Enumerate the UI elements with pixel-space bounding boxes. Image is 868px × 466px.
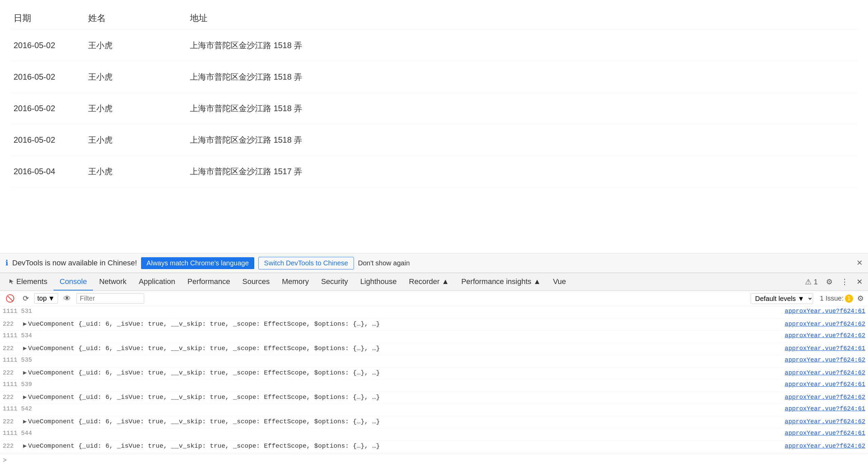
cell-name: 王小虎	[85, 61, 186, 93]
cell-date: 2016-05-02	[10, 124, 85, 156]
line-number: 222	[3, 345, 23, 352]
cell-name: 王小虎	[85, 124, 186, 156]
table-row: 2016-05-02王小虎上海市普陀区金沙江路 1518 弄	[10, 93, 858, 124]
col-date: 日期	[10, 7, 85, 30]
info-icon: ℹ	[5, 259, 8, 267]
line-number: 222	[3, 443, 23, 449]
cell-date: 2016-05-02	[10, 30, 85, 61]
console-row: 1111 531approxYear.vue?f624:61	[0, 306, 868, 319]
console-file-link[interactable]: approxYear.vue?f624:61	[785, 308, 865, 315]
console-file-link[interactable]: approxYear.vue?f624:62	[785, 332, 865, 339]
filter-input[interactable]	[76, 293, 144, 304]
more-options-icon[interactable]: ⋮	[838, 276, 851, 288]
line-number: 1111 535	[3, 357, 32, 363]
default-levels-select[interactable]: Default levels ▼	[751, 293, 813, 304]
console-output[interactable]: 1111 531approxYear.vue?f624:61222▶ VueCo…	[0, 306, 868, 454]
console-file-link[interactable]: approxYear.vue?f624:61	[785, 345, 865, 352]
close-devtools-button[interactable]: ✕	[854, 276, 865, 288]
line-number: 222	[3, 369, 23, 376]
svg-marker-0	[9, 279, 14, 284]
tab-elements[interactable]: Elements	[3, 273, 54, 290]
issue-count-badge: 1	[845, 295, 853, 303]
cell-address: 上海市普陀区金沙江路 1518 弄	[186, 93, 858, 124]
cell-name: 王小虎	[85, 156, 186, 187]
devtools-panel: Elements Console Network Application Per…	[0, 273, 868, 466]
console-file-link[interactable]: approxYear.vue?f624:62	[785, 394, 865, 401]
tab-sources[interactable]: Sources	[236, 273, 276, 290]
tab-application[interactable]: Application	[133, 273, 181, 290]
expand-icon[interactable]: ▶	[23, 369, 27, 376]
dont-show-button[interactable]: Don't show again	[358, 259, 410, 267]
switch-devtools-button[interactable]: Switch DevTools to Chinese	[258, 257, 354, 269]
console-row: 1111 535approxYear.vue?f624:62	[0, 355, 868, 367]
console-file-link[interactable]: approxYear.vue?f624:61	[785, 430, 865, 437]
issue-counter-icon[interactable]: ⚠ 1	[802, 276, 821, 288]
console-message: VueComponent {_uid: 6, _isVue: true, __v…	[28, 393, 785, 401]
console-prompt: >	[3, 456, 7, 464]
line-number: 1111 542	[3, 405, 32, 412]
context-label: top	[37, 295, 47, 302]
close-notification-button[interactable]: ✕	[856, 259, 863, 267]
tab-lighthouse[interactable]: Lighthouse	[354, 273, 403, 290]
expand-icon[interactable]: ▶	[23, 418, 27, 425]
always-match-button[interactable]: Always match Chrome's language	[141, 257, 254, 269]
clear-console-button[interactable]: 🚫	[3, 293, 17, 304]
eye-icon[interactable]: 👁	[61, 293, 74, 304]
line-number: 222	[3, 418, 23, 425]
tab-vue[interactable]: Vue	[547, 273, 572, 290]
console-file-link[interactable]: approxYear.vue?f624:62	[785, 418, 865, 425]
line-number: 1111 531	[3, 308, 32, 315]
line-number: 222	[3, 321, 23, 327]
console-row: 222▶ VueComponent {_uid: 6, _isVue: true…	[0, 319, 868, 331]
devtools-tab-icons: ⚠ 1 ⚙ ⋮ ✕	[802, 276, 865, 288]
line-number: 1111 544	[3, 430, 32, 437]
tab-console[interactable]: Console	[54, 273, 93, 290]
console-row: 222▶ VueComponent {_uid: 6, _isVue: true…	[0, 343, 868, 355]
col-address: 地址	[186, 7, 858, 30]
table-row: 2016-05-02王小虎上海市普陀区金沙江路 1518 弄	[10, 124, 858, 156]
tab-performance-insights[interactable]: Performance insights ▲	[455, 273, 547, 290]
notification-text: DevTools is now available in Chinese!	[12, 259, 137, 267]
console-message: VueComponent {_uid: 6, _isVue: true, __v…	[28, 320, 785, 328]
console-row: 1111 539approxYear.vue?f624:61	[0, 380, 868, 392]
cell-date: 2016-05-04	[10, 156, 85, 187]
cell-date: 2016-05-02	[10, 61, 85, 93]
console-message: VueComponent {_uid: 6, _isVue: true, __v…	[28, 418, 785, 425]
tab-network[interactable]: Network	[93, 273, 133, 290]
refresh-button[interactable]: ⟳	[20, 293, 32, 304]
expand-icon[interactable]: ▶	[23, 344, 27, 352]
expand-icon[interactable]: ▶	[23, 320, 27, 327]
tab-recorder[interactable]: Recorder ▲	[403, 273, 455, 290]
cell-address: 上海市普陀区金沙江路 1518 弄	[186, 30, 858, 61]
console-file-link[interactable]: approxYear.vue?f624:61	[785, 405, 865, 412]
line-number: 1111 539	[3, 381, 32, 388]
console-file-link[interactable]: approxYear.vue?f624:62	[785, 369, 865, 376]
console-input[interactable]	[9, 456, 865, 464]
chevron-down-icon: ▼	[48, 295, 55, 302]
expand-icon[interactable]: ▶	[23, 393, 27, 401]
tab-security[interactable]: Security	[315, 273, 354, 290]
console-row: 222▶ VueComponent {_uid: 6, _isVue: true…	[0, 392, 868, 404]
tab-memory[interactable]: Memory	[276, 273, 315, 290]
console-message: VueComponent {_uid: 6, _isVue: true, __v…	[28, 442, 785, 450]
settings-icon[interactable]: ⚙	[823, 276, 835, 288]
console-file-link[interactable]: approxYear.vue?f624:62	[785, 443, 865, 449]
cell-date: 2016-05-02	[10, 93, 85, 124]
table-row: 2016-05-02王小虎上海市普陀区金沙江路 1518 弄	[10, 61, 858, 93]
console-input-row: >	[0, 454, 868, 466]
line-number: 222	[3, 394, 23, 401]
console-file-link[interactable]: approxYear.vue?f624:62	[785, 357, 865, 363]
expand-icon[interactable]: ▶	[23, 442, 27, 449]
console-row: 1111 542approxYear.vue?f624:61	[0, 404, 868, 416]
console-settings-button[interactable]: ⚙	[856, 293, 865, 304]
console-row: 222▶ VueComponent {_uid: 6, _isVue: true…	[0, 416, 868, 428]
tab-performance[interactable]: Performance	[181, 273, 236, 290]
issue-badge: 1 Issue: 1	[820, 295, 853, 303]
console-row: 222▶ VueComponent {_uid: 6, _isVue: true…	[0, 367, 868, 380]
context-selector[interactable]: top ▼	[34, 293, 58, 304]
devtools-tabs-bar: Elements Console Network Application Per…	[0, 273, 868, 291]
console-file-link[interactable]: approxYear.vue?f624:61	[785, 381, 865, 388]
console-row: 1111 544approxYear.vue?f624:61	[0, 428, 868, 441]
table-row: 2016-05-02王小虎上海市普陀区金沙江路 1518 弄	[10, 30, 858, 61]
console-file-link[interactable]: approxYear.vue?f624:62	[785, 321, 865, 327]
